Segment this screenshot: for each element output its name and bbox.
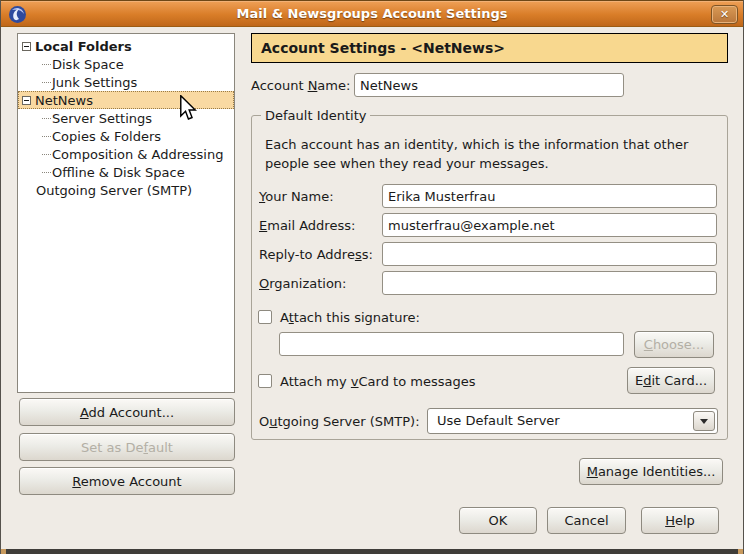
collapse-icon[interactable] [22, 96, 31, 105]
reply-to-label: Reply-to Address: [259, 247, 373, 262]
attach-vcard-label: Attach my vCard to messages [280, 374, 475, 389]
tree-item-disk-space[interactable]: Disk Space [18, 55, 234, 73]
tree-item-label: Junk Settings [52, 75, 137, 90]
add-account-button[interactable]: Add Account... [19, 398, 235, 426]
tree-connector [42, 172, 51, 173]
page-title: Account Settings - <NetNews> [251, 33, 728, 63]
tree-connector [42, 154, 51, 155]
tree-item-label: Local Folders [35, 39, 132, 54]
organization-input[interactable] [382, 271, 717, 295]
account-settings-dialog: Mail & Newsgroups Account Settings ✕ Loc… [0, 0, 744, 554]
remove-account-button[interactable]: Remove Account [19, 467, 235, 495]
attach-signature-label: Attach this signature: [280, 310, 420, 325]
set-as-default-button: Set as Default [19, 433, 235, 461]
outgoing-server-select[interactable]: Use Default Server [427, 408, 718, 434]
edit-card-button[interactable]: Edit Card... [627, 367, 715, 394]
close-button[interactable]: ✕ [711, 5, 738, 24]
help-button[interactable]: Help [641, 507, 719, 534]
your-name-label: Your Name: [259, 189, 334, 204]
chevron-down-icon [700, 419, 708, 424]
your-name-input[interactable] [382, 184, 717, 208]
account-tree: Local Folders Disk Space Junk Settings N… [17, 33, 235, 393]
attach-signature-checkbox[interactable] [258, 310, 272, 324]
titlebar[interactable]: Mail & Newsgroups Account Settings ✕ [1, 0, 743, 27]
window-bottom-border [1, 549, 743, 554]
tree-connector [42, 64, 51, 65]
account-name-input[interactable] [354, 73, 624, 97]
tree-connector [42, 82, 51, 83]
account-name-label: Account Name: [251, 78, 350, 93]
tree-item-label: NetNews [35, 93, 93, 108]
collapse-icon[interactable] [22, 42, 31, 51]
tree-item-label: Disk Space [52, 57, 124, 72]
tree-item-outgoing-server[interactable]: Outgoing Server (SMTP) [18, 181, 234, 199]
tree-item-composition-addressing[interactable]: Composition & Addressing [18, 145, 234, 163]
window-title: Mail & Newsgroups Account Settings [1, 6, 743, 21]
tree-item-offline-disk-space[interactable]: Offline & Disk Space [18, 163, 234, 181]
cancel-button[interactable]: Cancel [547, 507, 626, 534]
window-corner [738, 549, 743, 554]
tree-item-copies-folders[interactable]: Copies & Folders [18, 127, 234, 145]
outgoing-server-label: Outgoing Server (SMTP): [259, 414, 420, 429]
tree-item-label: Outgoing Server (SMTP) [36, 183, 192, 198]
attach-vcard-checkbox[interactable] [258, 374, 272, 388]
tree-connector [42, 118, 51, 119]
choose-button: Choose... [634, 331, 714, 358]
tree-item-server-settings[interactable]: Server Settings [18, 109, 234, 127]
window-corner [1, 549, 6, 554]
outgoing-server-selected-value: Use Default Server [437, 413, 560, 428]
identity-description: Each account has an identity, which is t… [265, 135, 721, 173]
tree-item-junk-settings[interactable]: Junk Settings [18, 73, 234, 91]
organization-label: Organization: [259, 276, 347, 291]
close-icon: ✕ [720, 8, 729, 21]
tree-item-local-folders[interactable]: Local Folders [18, 37, 234, 55]
manage-identities-button[interactable]: Manage Identities... [579, 458, 723, 485]
tree-item-label: Composition & Addressing [52, 147, 223, 162]
tree-connector [42, 136, 51, 137]
signature-file-input[interactable] [279, 332, 624, 356]
tree-item-label: Server Settings [52, 111, 152, 126]
ok-button[interactable]: OK [459, 507, 537, 534]
dropdown-button[interactable] [693, 411, 715, 431]
email-address-label: Email Address: [259, 218, 355, 233]
tree-item-label: Copies & Folders [52, 129, 161, 144]
tree-item-netnews[interactable]: NetNews [18, 91, 234, 109]
default-identity-legend: Default Identity [261, 108, 370, 123]
email-address-input[interactable] [382, 213, 717, 237]
tree-item-label: Offline & Disk Space [52, 165, 185, 180]
reply-to-input[interactable] [382, 242, 717, 266]
